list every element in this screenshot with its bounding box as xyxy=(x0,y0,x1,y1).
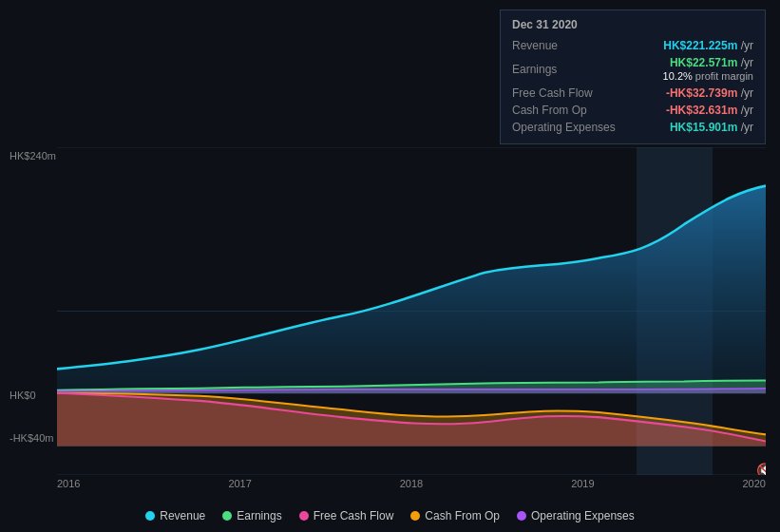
legend-opex-dot xyxy=(517,511,526,521)
tooltip-earnings-value: HK$22.571m /yr xyxy=(670,56,753,69)
legend-fcf-label: Free Cash Flow xyxy=(314,509,394,522)
y-axis-bot: -HK$40m xyxy=(10,432,53,444)
x-axis: 2016 2017 2018 2019 2020 xyxy=(57,478,766,489)
x-label-2017: 2017 xyxy=(228,478,251,489)
legend: Revenue Earnings Free Cash Flow Cash Fro… xyxy=(0,509,780,522)
tooltip-title: Dec 31 2020 xyxy=(512,18,753,31)
chart-area: 🔇 xyxy=(57,147,766,475)
tooltip-revenue-label: Revenue xyxy=(512,39,626,52)
tooltip-cashfromop-row: Cash From Op -HK$32.631m /yr xyxy=(512,102,753,119)
y-axis-mid: HK$0 xyxy=(10,390,36,401)
x-label-2020: 2020 xyxy=(743,478,766,489)
tooltip-earnings-row: Earnings HK$22.571m /yr 10.2% profit mar… xyxy=(512,54,753,85)
tooltip-card: Dec 31 2020 Revenue HK$221.225m /yr Earn… xyxy=(500,10,766,144)
x-label-2018: 2018 xyxy=(400,478,423,489)
tooltip-earnings-label: Earnings xyxy=(512,63,626,76)
x-label-2016: 2016 xyxy=(57,478,80,489)
tooltip-fcf-value: -HK$32.739m /yr xyxy=(666,86,753,100)
legend-fcf[interactable]: Free Cash Flow xyxy=(299,509,394,522)
legend-revenue-dot xyxy=(145,511,155,521)
legend-revenue-label: Revenue xyxy=(160,509,205,522)
legend-opex[interactable]: Operating Expenses xyxy=(517,509,635,522)
x-label-2019: 2019 xyxy=(571,478,594,489)
svg-text:🔇: 🔇 xyxy=(756,462,766,475)
legend-fcf-dot xyxy=(299,511,309,521)
legend-cashfromop-dot xyxy=(410,511,420,521)
legend-cashfromop-label: Cash From Op xyxy=(425,509,500,522)
tooltip-fcf-label: Free Cash Flow xyxy=(512,86,626,100)
tooltip-cashfromop-value: -HK$32.631m /yr xyxy=(666,104,753,117)
tooltip-opex-value: HK$15.901m /yr xyxy=(670,121,753,134)
tooltip-profit-margin: 10.2% profit margin xyxy=(663,70,753,82)
legend-opex-label: Operating Expenses xyxy=(531,509,635,522)
tooltip-opex-label: Operating Expenses xyxy=(512,121,626,134)
legend-earnings-dot xyxy=(222,511,232,521)
legend-earnings-label: Earnings xyxy=(237,509,281,522)
tooltip-fcf-row: Free Cash Flow -HK$32.739m /yr xyxy=(512,85,753,102)
tooltip-opex-row: Operating Expenses HK$15.901m /yr xyxy=(512,119,753,136)
legend-cashfromop[interactable]: Cash From Op xyxy=(410,509,500,522)
tooltip-cashfromop-label: Cash From Op xyxy=(512,104,626,117)
tooltip-revenue-row: Revenue HK$221.225m /yr xyxy=(512,37,753,54)
legend-revenue[interactable]: Revenue xyxy=(145,509,205,522)
tooltip-revenue-value: HK$221.225m /yr xyxy=(663,39,753,52)
legend-earnings[interactable]: Earnings xyxy=(222,509,281,522)
chart-svg: 🔇 xyxy=(57,147,766,475)
y-axis-top: HK$240m xyxy=(10,150,56,162)
